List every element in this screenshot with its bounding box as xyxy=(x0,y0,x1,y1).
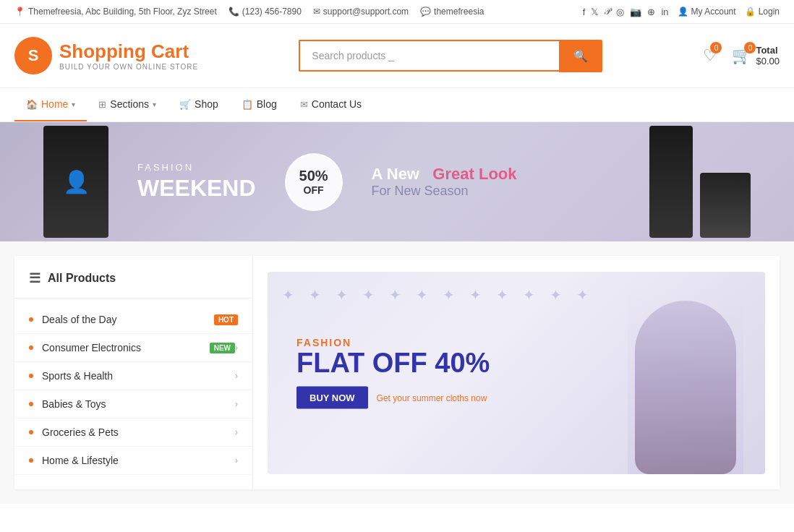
nav-contact-label: Contact Us xyxy=(312,98,362,110)
banner-discount-circle: 50% OFF xyxy=(285,153,343,211)
logo-title: Shopping Cart xyxy=(59,40,198,63)
banner-weekend-text: WEEKEND xyxy=(137,176,256,201)
promo-cta: BUY NOW Get your summer cloths now xyxy=(296,387,490,409)
sidebar-bullet xyxy=(29,374,33,378)
contact-icon: ✉ xyxy=(300,99,308,110)
wishlist-button[interactable]: ♡ 0 xyxy=(703,46,717,65)
sidebar: ☰ All Products Deals of the Day HOT Cons… xyxy=(14,256,253,489)
chevron-right-icon: › xyxy=(235,427,238,437)
banner-right-models xyxy=(649,126,751,238)
shop-cart-icon: 🛒 xyxy=(179,99,191,110)
sidebar-item-label: Consumer Electronics xyxy=(42,342,204,353)
logo[interactable]: S Shopping Cart BUILD YOUR OWN ONLINE ST… xyxy=(14,37,198,74)
star-icon: ✦ xyxy=(523,286,535,460)
banner-text: FASHION WEEKEND xyxy=(137,162,256,201)
banner-bag xyxy=(700,173,751,238)
banner-off: OFF xyxy=(304,184,324,196)
cart-badge: 0 xyxy=(744,42,756,53)
promo-subtitle: Get your summer cloths now xyxy=(377,392,487,403)
address: 📍 Themefreesia, Abc Building, 5th Floor,… xyxy=(14,7,217,17)
star-icon: ✦ xyxy=(550,286,562,460)
total-label: Total xyxy=(756,45,780,56)
sidebar-item-deals[interactable]: Deals of the Day HOT xyxy=(14,306,252,334)
hot-badge: HOT xyxy=(214,314,238,325)
menu-icon: ☰ xyxy=(29,270,40,286)
sidebar-item-groceries[interactable]: Groceries & Pets › xyxy=(14,419,252,447)
sidebar-item-label: Sports & Health xyxy=(42,370,235,382)
buy-now-button[interactable]: BUY NOW xyxy=(296,387,368,409)
banner-new-great: A New Great Look xyxy=(372,165,517,184)
linkedin-icon[interactable]: in xyxy=(661,7,668,17)
sidebar-item-electronics[interactable]: Consumer Electronics NEW › xyxy=(14,334,252,362)
sidebar-bullet xyxy=(29,402,33,406)
sidebar-title: ☰ All Products xyxy=(14,270,252,299)
phone-icon: 📞 xyxy=(229,7,239,17)
lock-icon: 🔒 xyxy=(745,7,756,17)
sidebar-item-sports[interactable]: Sports & Health › xyxy=(14,362,252,390)
sidebar-bullet xyxy=(29,458,33,463)
nav-item-shop[interactable]: 🛒 Shop xyxy=(168,88,230,121)
new-badge: NEW xyxy=(210,343,235,353)
header-right: ♡ 0 🛒 0 Total $0.00 xyxy=(703,45,780,66)
pinterest-icon[interactable]: 𝒫 xyxy=(604,6,610,17)
email: ✉ support@support.com xyxy=(313,7,409,17)
search-input[interactable] xyxy=(299,40,559,72)
nav-item-blog[interactable]: 📋 Blog xyxy=(230,88,289,121)
nav-home-arrow: ▾ xyxy=(72,100,75,108)
cart-total: Total $0.00 xyxy=(756,45,780,66)
account-icon: 👤 xyxy=(678,7,688,17)
search-button[interactable]: 🔍 xyxy=(559,40,602,72)
phone: 📞 (123) 456-7890 xyxy=(229,7,302,17)
nav-sections-arrow: ▾ xyxy=(153,100,156,108)
social-icons: f 𝕏 𝒫 ◎ 📷 ⊕ in xyxy=(583,6,669,17)
banner-tagline: A New Great Look For New Season xyxy=(372,165,517,199)
top-bar-right: f 𝕏 𝒫 ◎ 📷 ⊕ in 👤 My Account 🔒 Login xyxy=(583,6,780,17)
chevron-right-icon: › xyxy=(235,371,238,381)
twitter-icon[interactable]: 𝕏 xyxy=(591,7,598,17)
wishlist-badge: 0 xyxy=(710,42,722,53)
promo-text-block: FASHION FLAT OFF 40% BUY NOW Get your su… xyxy=(296,336,490,409)
skype-icon: 💬 xyxy=(420,7,431,17)
nav-item-sections[interactable]: ⊞ Sections ▾ xyxy=(87,88,168,121)
total-amount: $0.00 xyxy=(756,56,780,66)
cart-button[interactable]: 🛒 0 Total $0.00 xyxy=(732,45,780,66)
sidebar-item-label: Deals of the Day xyxy=(42,314,208,325)
banner-season: For New Season xyxy=(372,184,517,199)
chevron-right-icon: › xyxy=(235,343,238,353)
nav-blog-label: Blog xyxy=(257,98,277,110)
promo-discount-text: FLAT OFF 40% xyxy=(296,348,490,378)
login-link[interactable]: 🔒 Login xyxy=(745,7,780,17)
hero-banner: 👤 FASHION WEEKEND 50% OFF A New Great Lo… xyxy=(0,122,794,241)
logo-icon: S xyxy=(14,37,52,74)
sidebar-item-label: Groceries & Pets xyxy=(42,426,235,438)
chevron-right-icon: › xyxy=(235,399,238,409)
logo-tagline: BUILD YOUR OWN ONLINE STORE xyxy=(59,63,198,71)
dribbble-icon[interactable]: ◎ xyxy=(616,7,624,17)
promo-area: ✦ ✦ ✦ ✦ ✦ ✦ ✦ ✦ ✦ ✦ ✦ ✦ FASHION FLAT OFF… xyxy=(253,256,780,489)
sidebar-bullet xyxy=(29,317,33,322)
banner-model-figure: 👤 xyxy=(43,126,108,238)
sidebar-item-babies[interactable]: Babies & Toys › xyxy=(14,390,252,419)
wishlist-icon-wrap: ♡ 0 xyxy=(703,46,717,65)
nav-shop-label: Shop xyxy=(195,98,218,110)
search-bar: 🔍 xyxy=(299,40,602,72)
sidebar-item-home[interactable]: Home & Lifestyle › xyxy=(14,447,252,475)
sidebar-item-label: Home & Lifestyle xyxy=(42,455,235,466)
star-icon: ✦ xyxy=(496,286,508,460)
banner-right-person xyxy=(649,126,693,238)
sidebar-item-label: Babies & Toys xyxy=(42,398,235,410)
header: S Shopping Cart BUILD YOUR OWN ONLINE ST… xyxy=(0,24,794,87)
nav-item-contact[interactable]: ✉ Contact Us xyxy=(289,88,373,121)
instagram-icon[interactable]: 📷 xyxy=(630,7,641,17)
nav-item-home[interactable]: 🏠 Home ▾ xyxy=(14,88,87,121)
main-content: ☰ All Products Deals of the Day HOT Cons… xyxy=(0,241,794,504)
search-icon: 🔍 xyxy=(573,50,588,62)
sidebar-bullet xyxy=(29,430,33,434)
facebook-icon[interactable]: f xyxy=(583,7,586,17)
model-silhouette xyxy=(635,301,736,474)
banner-fashion-label: FASHION xyxy=(137,162,194,173)
top-bar-left: 📍 Themefreesia, Abc Building, 5th Floor,… xyxy=(14,7,484,17)
cart-icon-wrap: 🛒 0 xyxy=(732,46,751,65)
flickr-icon[interactable]: ⊕ xyxy=(647,7,655,17)
my-account-link[interactable]: 👤 My Account xyxy=(678,7,736,17)
